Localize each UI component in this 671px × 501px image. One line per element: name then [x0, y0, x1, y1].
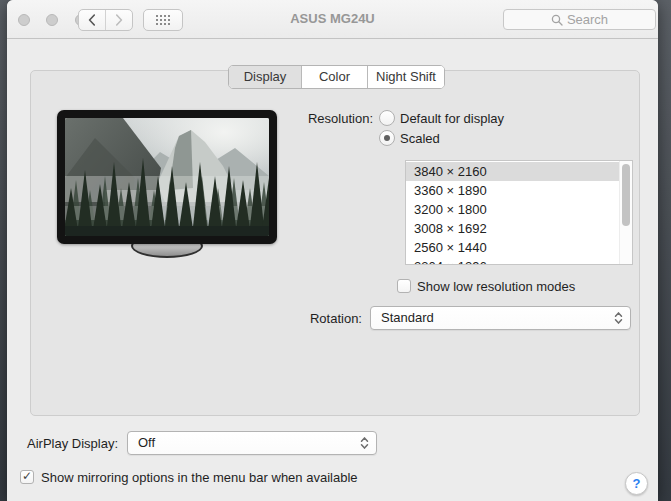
nav-button-group	[78, 9, 133, 31]
grid-icon	[155, 14, 172, 27]
radio-default-label[interactable]: Default for display	[400, 111, 504, 127]
resolution-option[interactable]: 2560 × 1440	[406, 238, 620, 257]
search-icon	[551, 14, 563, 26]
rotation-label: Rotation:	[212, 311, 362, 327]
chevron-up-down-icon	[614, 311, 630, 325]
back-button[interactable]	[79, 10, 106, 30]
resolution-option[interactable]: 2304 × 1296	[406, 257, 620, 265]
tab-display[interactable]: Display	[229, 66, 302, 88]
search-input[interactable]: Search	[503, 9, 656, 30]
rotation-value: Standard	[371, 307, 614, 329]
radio-default-for-display[interactable]	[379, 110, 395, 126]
resolution-list-scrollbar[interactable]	[619, 161, 632, 264]
tab-bar: Display Color Night Shift	[228, 65, 445, 89]
tab-color[interactable]: Color	[302, 66, 368, 88]
airplay-dropdown[interactable]: Off	[127, 431, 377, 455]
show-all-button[interactable]	[143, 9, 183, 31]
resolution-list[interactable]: 3840 × 21603360 × 18903200 × 18003008 × …	[405, 160, 633, 265]
radio-dot	[384, 135, 390, 141]
displays-preferences-window: ASUS MG24U Search Disp	[7, 0, 658, 501]
tab-night-shift[interactable]: Night Shift	[368, 66, 444, 88]
radio-scaled-label[interactable]: Scaled	[400, 131, 440, 147]
chevron-right-icon	[115, 14, 123, 26]
chevron-up-down-icon	[360, 436, 376, 450]
checkmark-icon: ✓	[22, 470, 32, 482]
resolution-option[interactable]: 3008 × 1692	[406, 219, 620, 238]
forward-button[interactable]	[106, 10, 132, 30]
rotation-dropdown[interactable]: Standard	[370, 306, 631, 330]
help-button[interactable]: ?	[625, 472, 648, 495]
desktop: ASUS MG24U Search Disp	[0, 0, 671, 501]
radio-scaled[interactable]	[379, 130, 395, 146]
scrollbar-thumb[interactable]	[622, 164, 630, 226]
chevron-left-icon	[88, 14, 96, 26]
low-resolution-label[interactable]: Show low resolution modes	[417, 279, 575, 295]
resolution-option[interactable]: 3200 × 1800	[406, 200, 620, 219]
mirroring-options-label[interactable]: Show mirroring options in the menu bar w…	[41, 470, 358, 486]
title-bar: ASUS MG24U Search	[7, 0, 658, 39]
resolution-option[interactable]: 3840 × 2160	[406, 162, 620, 181]
close-button[interactable]	[18, 14, 30, 26]
minimize-button[interactable]	[46, 14, 58, 26]
resolution-rows: 3840 × 21603360 × 18903200 × 18003008 × …	[406, 162, 620, 265]
monitor-preview	[57, 110, 277, 244]
monitor-wallpaper	[65, 118, 269, 236]
resolution-option[interactable]: 3360 × 1890	[406, 181, 620, 200]
search-placeholder: Search	[567, 12, 608, 27]
mirroring-options-checkbox[interactable]: ✓	[20, 470, 34, 484]
low-resolution-checkbox[interactable]: ✓	[397, 279, 411, 293]
airplay-value: Off	[128, 432, 360, 454]
airplay-display-label: AirPlay Display:	[27, 436, 118, 452]
